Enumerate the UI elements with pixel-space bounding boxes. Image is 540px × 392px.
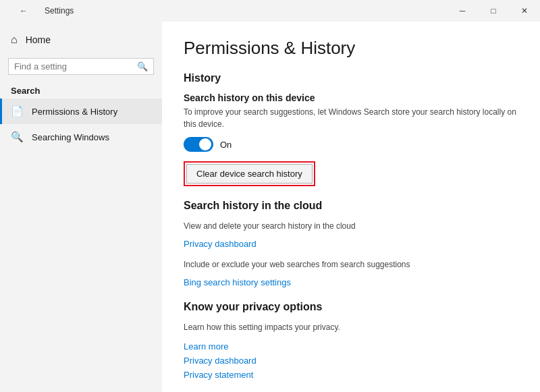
searching-icon: 🔍	[11, 131, 24, 143]
clear-device-history-button[interactable]: Clear device search history	[186, 164, 313, 184]
main-content: Permissions & History History Search his…	[162, 22, 540, 392]
cloud-section-title: Search history in the cloud	[184, 200, 518, 212]
sidebar-item-home[interactable]: ⌂ Home	[0, 27, 162, 53]
search-history-device-label: Search history on this device	[184, 92, 518, 103]
permissions-icon: 📄	[11, 105, 24, 117]
cloud-section: Search history in the cloud View and del…	[184, 200, 518, 287]
app-body: ⌂ Home 🔍 Search 📄 Permissions & History …	[0, 22, 540, 392]
clear-button-wrapper: Clear device search history	[184, 161, 315, 186]
know-privacy-desc: Learn how this setting impacts your priv…	[184, 321, 518, 333]
sidebar: ⌂ Home 🔍 Search 📄 Permissions & History …	[0, 22, 162, 392]
search-box[interactable]: 🔍	[8, 58, 154, 75]
learn-more-link[interactable]: Learn more	[184, 341, 518, 352]
page-title: Permissions & History	[184, 38, 518, 59]
history-section-title: History	[184, 72, 518, 84]
search-icon: 🔍	[137, 61, 148, 72]
privacy-links: Learn more Privacy dashboard Privacy sta…	[184, 340, 518, 380]
cloud-include-subsection: Include or exclude your web searches fro…	[184, 258, 518, 287]
search-input[interactable]	[14, 61, 132, 72]
toggle-row: On	[184, 137, 518, 152]
toggle-state-label: On	[220, 140, 232, 150]
titlebar-title: Settings	[45, 6, 74, 16]
toggle-thumb	[199, 138, 211, 150]
search-history-toggle[interactable]	[184, 137, 213, 152]
privacy-dashboard-link-1[interactable]: Privacy dashboard	[184, 239, 518, 249]
sidebar-section-label: Search	[0, 80, 162, 99]
sidebar-home-label: Home	[26, 34, 51, 45]
privacy-dashboard-link-2[interactable]: Privacy dashboard	[184, 356, 518, 366]
search-history-device-desc: To improve your search suggestions, let …	[184, 106, 518, 130]
know-privacy-section-title: Know your privacy options	[184, 301, 518, 313]
privacy-section: Know your privacy options Learn how this…	[184, 301, 518, 380]
cloud-view-subsection: View and delete your search history in t…	[184, 220, 518, 249]
sidebar-item-searching[interactable]: 🔍 Searching Windows	[0, 124, 162, 150]
cloud-view-desc: View and delete your search history in t…	[184, 220, 518, 232]
minimize-button[interactable]: ─	[447, 0, 478, 22]
sidebar-item-permissions-label: Permissions & History	[32, 107, 117, 117]
privacy-statement-link[interactable]: Privacy statement	[184, 370, 518, 380]
home-icon: ⌂	[11, 34, 18, 46]
sidebar-item-permissions[interactable]: 📄 Permissions & History	[0, 99, 162, 124]
titlebar-controls: ─ □ ✕	[447, 0, 540, 22]
titlebar-left: ← Settings	[8, 0, 74, 22]
cloud-include-desc: Include or exclude your web searches fro…	[184, 258, 518, 271]
maximize-button[interactable]: □	[478, 0, 509, 22]
bing-history-link[interactable]: Bing search history settings	[184, 277, 518, 287]
back-button[interactable]: ←	[8, 0, 39, 22]
close-button[interactable]: ✕	[509, 0, 540, 22]
sidebar-item-searching-label: Searching Windows	[32, 132, 109, 142]
titlebar: ← Settings ─ □ ✕	[0, 0, 540, 22]
